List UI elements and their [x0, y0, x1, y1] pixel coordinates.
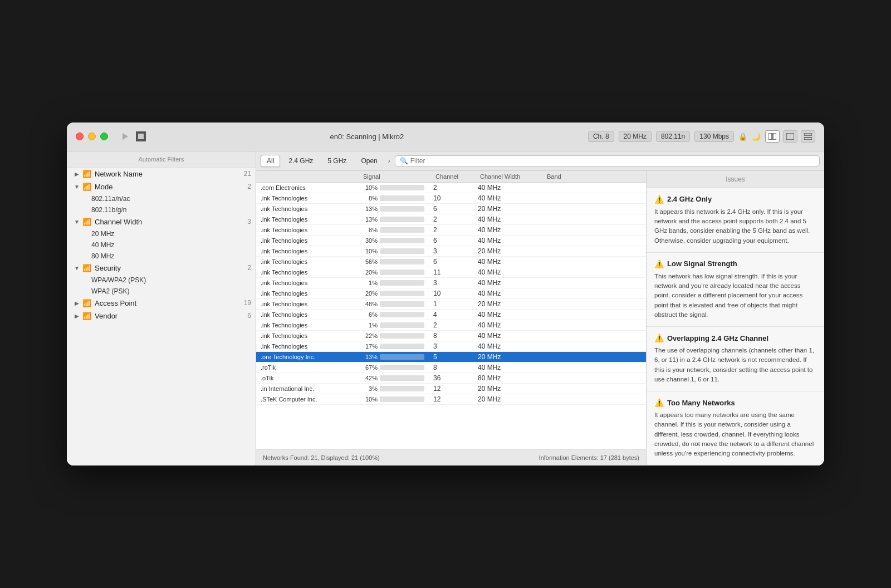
table-row[interactable]: .roTik 67% 8 40 MHz — [256, 362, 646, 373]
cell-signal: 22% — [361, 332, 433, 339]
cell-channel-width: 40 MHz — [478, 237, 545, 244]
table-row[interactable]: .ink Technologies 22% 8 40 MHz — [256, 331, 646, 341]
filter-all-button[interactable]: All — [261, 155, 280, 167]
table-row[interactable]: .oTik 42% 36 80 MHz — [256, 373, 646, 384]
cell-channel-width: 20 MHz — [478, 395, 545, 403]
split-view-button[interactable] — [765, 130, 780, 143]
signal-bar-bg — [380, 322, 424, 328]
sidebar-count-vendor: 6 — [247, 312, 251, 320]
cell-channel: 12 — [433, 385, 478, 393]
chevron-down-icon-cw: ▼ — [74, 218, 80, 225]
cell-vendor: .ink Technologies — [261, 290, 361, 297]
sidebar-subitem-80mhz[interactable]: 80 MHz — [67, 251, 256, 262]
sidebar-subitem-wpa-wpa2[interactable]: WPA/WPA2 (PSK) — [67, 275, 256, 286]
table-row[interactable]: .ink Technologies 56% 6 40 MHz — [256, 257, 646, 267]
issue-item-low-signal: ⚠️ Low Signal Strength This network has … — [647, 253, 824, 327]
chevron-down-icon-sec: ▼ — [74, 264, 80, 271]
col-channel-width: Channel Width — [478, 173, 545, 180]
sidebar-item-access-point[interactable]: ▶ 📶 Access Point 19 — [67, 297, 256, 310]
table-row[interactable]: .ink Technologies 17% 3 40 MHz — [256, 341, 646, 352]
table-row[interactable]: .ink Technologies 10% 3 20 MHz — [256, 246, 646, 257]
cell-channel: 10 — [433, 290, 478, 297]
maximize-button[interactable] — [100, 133, 108, 140]
table-row[interactable]: .ink Technologies 30% 6 40 MHz — [256, 236, 646, 246]
signal-bar-bg — [380, 185, 424, 190]
sidebar-subitem-80211anac[interactable]: 802.11a/n/ac — [67, 193, 256, 204]
svg-rect-3 — [773, 133, 776, 140]
compact-view-button[interactable] — [801, 130, 815, 143]
svg-rect-4 — [786, 133, 794, 140]
table-row[interactable]: .STeK Computer Inc. 10% 12 20 MHz — [256, 394, 646, 405]
signal-bar-bg — [380, 386, 424, 391]
cell-channel: 6 — [433, 258, 478, 266]
table-row[interactable]: .ink Technologies 1% 3 40 MHz — [256, 278, 646, 288]
signal-percent: 10% — [361, 184, 378, 191]
table-body: .com Electronics 10% 2 40 MHz .ink Techn… — [256, 183, 646, 449]
sidebar-item-mode[interactable]: ▼ 📶 Mode 2 — [67, 180, 256, 193]
filter-open-button[interactable]: Open — [355, 155, 383, 167]
signal-bar-bg — [380, 217, 424, 222]
cell-channel-width: 40 MHz — [478, 332, 545, 340]
cell-channel-width: 40 MHz — [478, 279, 545, 287]
table-row[interactable]: .ore Technology Inc. 13% 5 20 MHz — [256, 352, 646, 362]
media-controls — [120, 131, 146, 141]
stop-button[interactable] — [136, 131, 146, 141]
cell-channel: 12 — [433, 395, 478, 403]
sidebar-item-vendor[interactable]: ▶ 📶 Vendor 6 — [67, 310, 256, 322]
sidebar-count-channel-width: 3 — [247, 218, 251, 226]
channel-pill: Ch. 8 — [588, 131, 614, 142]
table-row[interactable]: .ink Technologies 48% 1 20 MHz — [256, 299, 646, 310]
sidebar-item-channel-width[interactable]: ▼ 📶 Channel Width 3 — [67, 215, 256, 228]
close-button[interactable] — [76, 133, 84, 140]
cell-channel: 1 — [433, 300, 478, 308]
signal-percent: 42% — [361, 375, 378, 381]
table-row[interactable]: .ink Technologies 13% 6 20 MHz — [256, 204, 646, 214]
table-row[interactable]: .ink Technologies 20% 11 40 MHz — [256, 267, 646, 278]
signal-bar-bg — [380, 270, 424, 275]
cell-channel: 8 — [433, 332, 478, 340]
cell-channel: 2 — [433, 226, 478, 234]
traffic-lights — [76, 133, 108, 140]
table-row[interactable]: .ink Technologies 8% 10 40 MHz — [256, 193, 646, 204]
filter-more-icon[interactable]: › — [386, 157, 393, 165]
sidebar: Automatic Filters ▶ 📶 Network Name 21 ▼ … — [67, 151, 256, 466]
sidebar-item-network-name[interactable]: ▶ 📶 Network Name 21 — [67, 168, 256, 180]
signal-percent: 3% — [361, 385, 378, 392]
wifi-icon: 📶 — [82, 170, 91, 178]
sidebar-subitem-20mhz[interactable]: 20 MHz — [67, 228, 256, 239]
cell-channel: 3 — [433, 279, 478, 287]
table-row[interactable]: .ink Technologies 13% 2 40 MHz — [256, 214, 646, 225]
filter-search-box[interactable]: 🔍 — [395, 155, 820, 166]
signal-bar-bg — [380, 248, 424, 254]
sidebar-subitem-80211bgn[interactable]: 802.11b/g/n — [67, 204, 256, 215]
filter-24ghz-button[interactable]: 2.4 GHz — [282, 155, 319, 167]
sidebar-subitem-40mhz[interactable]: 40 MHz — [67, 239, 256, 251]
table-row[interactable]: .com Electronics 10% 2 40 MHz — [256, 183, 646, 193]
cell-signal: 13% — [361, 216, 433, 223]
table-row[interactable]: .ink Technologies 20% 10 40 MHz — [256, 288, 646, 299]
information-elements-label: Information Elements: 17 (281 bytes) — [539, 454, 639, 461]
filter-input[interactable] — [410, 157, 815, 165]
single-view-button[interactable] — [783, 130, 797, 143]
filter-5ghz-button[interactable]: 5 GHz — [321, 155, 353, 167]
issue-item-overlapping-channel: ⚠️ Overlapping 2.4 GHz Channel The use o… — [647, 327, 824, 391]
cell-vendor: .ore Technology Inc. — [261, 354, 361, 360]
col-vendor — [261, 173, 361, 180]
signal-bar-bg — [380, 280, 424, 286]
table-row[interactable]: .in International Inc. 3% 12 20 MHz — [256, 384, 646, 394]
chevron-right-icon-v: ▶ — [74, 312, 80, 319]
wifi-icon-vendor: 📶 — [82, 312, 91, 320]
sidebar-item-security[interactable]: ▼ 📶 Security 2 — [67, 262, 256, 275]
sidebar-subitem-wpa2[interactable]: WPA2 (PSK) — [67, 286, 256, 297]
table-row[interactable]: .ink Technologies 6% 4 40 MHz — [256, 310, 646, 320]
issue-title: ⚠️ 2.4 GHz Only — [654, 195, 816, 204]
cell-channel: 5 — [433, 353, 478, 361]
play-button[interactable] — [120, 131, 130, 141]
search-icon: 🔍 — [400, 157, 408, 165]
table-row[interactable]: .ink Technologies 8% 2 40 MHz — [256, 225, 646, 236]
cell-channel-width: 40 MHz — [478, 321, 545, 329]
minimize-button[interactable] — [88, 133, 96, 140]
table-row[interactable]: .ink Technologies 1% 2 40 MHz — [256, 320, 646, 331]
signal-percent: 6% — [361, 311, 378, 318]
cell-channel-width: 20 MHz — [478, 385, 545, 393]
